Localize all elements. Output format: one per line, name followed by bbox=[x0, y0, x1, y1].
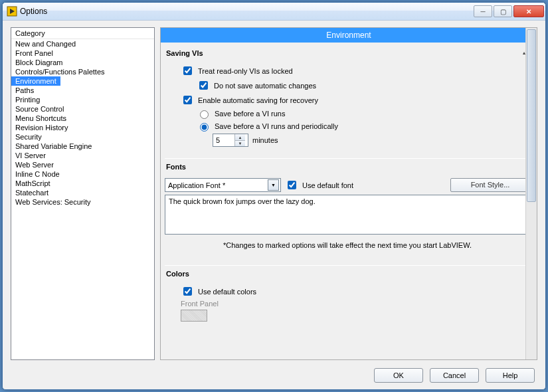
category-item[interactable]: Printing bbox=[11, 95, 154, 104]
app-icon bbox=[7, 6, 17, 17]
category-item[interactable]: Web Server bbox=[11, 160, 154, 169]
fonts-note: *Changes to marked options will take eff… bbox=[165, 241, 530, 249]
category-item[interactable]: Statechart bbox=[11, 188, 154, 197]
cancel-button[interactable]: Cancel bbox=[430, 368, 479, 383]
spinner-up-icon[interactable]: ▲ bbox=[235, 134, 245, 140]
category-item[interactable]: MathScript bbox=[11, 179, 154, 188]
font-combo-value: Application Font * bbox=[168, 181, 268, 189]
dont-save-auto-label[interactable]: Do not save automatic changes bbox=[214, 82, 316, 90]
titlebar[interactable]: Options ─ ▢ ✕ bbox=[3, 3, 545, 21]
category-item[interactable]: Paths bbox=[11, 86, 154, 95]
help-button[interactable]: Help bbox=[486, 368, 535, 383]
use-default-colors-label[interactable]: Use default colors bbox=[198, 288, 256, 296]
category-item[interactable]: VI Server bbox=[11, 151, 154, 160]
minutes-spinner[interactable]: ▲ ▼ bbox=[213, 134, 248, 147]
window-title: Options bbox=[20, 7, 474, 16]
category-item[interactable]: Web Services: Security bbox=[11, 197, 154, 207]
category-item[interactable]: Block Diagram bbox=[11, 58, 154, 67]
category-item[interactable]: Environment bbox=[11, 76, 60, 86]
category-header: Category bbox=[11, 28, 154, 39]
save-periodic-label[interactable]: Save before a VI runs and periodically bbox=[215, 122, 338, 130]
fonts-section-title: Fonts bbox=[166, 163, 530, 171]
dialog-buttons: OK Cancel Help bbox=[374, 368, 535, 383]
save-periodic-radio[interactable] bbox=[200, 123, 209, 132]
colors-section-title: Colors bbox=[166, 270, 530, 278]
options-window: Options ─ ▢ ✕ Category New and ChangedFr… bbox=[2, 2, 546, 390]
scrollbar-thumb[interactable] bbox=[527, 29, 536, 202]
category-item[interactable]: Front Panel bbox=[11, 49, 154, 58]
minutes-unit-label: minutes bbox=[252, 136, 278, 144]
save-before-run-radio[interactable] bbox=[200, 110, 209, 119]
front-panel-color-label: Front Panel bbox=[181, 300, 219, 308]
treat-readonly-label[interactable]: Treat read-only VIs as locked bbox=[198, 67, 293, 75]
close-button[interactable]: ✕ bbox=[513, 5, 544, 17]
use-default-font-checkbox[interactable] bbox=[288, 181, 296, 189]
treat-readonly-checkbox[interactable] bbox=[183, 66, 192, 75]
category-item[interactable]: Security bbox=[11, 132, 154, 142]
save-before-run-label[interactable]: Save before a VI runs bbox=[215, 110, 285, 118]
category-item[interactable]: Revision History bbox=[11, 123, 154, 132]
use-default-colors-checkbox[interactable] bbox=[183, 287, 192, 296]
use-default-font-label[interactable]: Use default font bbox=[302, 181, 353, 189]
ok-button[interactable]: OK bbox=[374, 368, 423, 383]
maximize-button[interactable]: ▢ bbox=[494, 5, 512, 17]
category-item[interactable]: Menu Shortcuts bbox=[11, 114, 154, 123]
category-list[interactable]: New and ChangedFront PanelBlock DiagramC… bbox=[11, 39, 154, 359]
spinner-down-icon[interactable]: ▼ bbox=[235, 140, 245, 146]
settings-panel: Environment Saving VIs ▴ Treat read-only… bbox=[160, 27, 537, 360]
font-style-button[interactable]: Font Style... bbox=[450, 178, 530, 192]
category-item[interactable]: New and Changed bbox=[11, 39, 154, 49]
saving-section-title: Saving VIs bbox=[166, 49, 203, 57]
page-banner: Environment bbox=[161, 28, 537, 43]
font-preview: The quick brown fox jumps over the lazy … bbox=[165, 195, 530, 235]
category-item[interactable]: Controls/Functions Palettes bbox=[11, 67, 154, 76]
category-panel: Category New and ChangedFront PanelBlock… bbox=[11, 27, 155, 360]
dont-save-auto-checkbox[interactable] bbox=[199, 81, 208, 90]
chevron-down-icon[interactable]: ▼ bbox=[268, 179, 279, 191]
enable-recovery-label[interactable]: Enable automatic saving for recovery bbox=[198, 96, 318, 104]
front-panel-color-swatch bbox=[181, 310, 207, 322]
category-item[interactable]: Source Control bbox=[11, 104, 154, 114]
minutes-input[interactable] bbox=[213, 134, 234, 146]
vertical-scrollbar[interactable] bbox=[525, 28, 537, 359]
category-item[interactable]: Shared Variable Engine bbox=[11, 142, 154, 151]
enable-recovery-checkbox[interactable] bbox=[183, 96, 192, 104]
font-combo[interactable]: Application Font * ▼ bbox=[165, 178, 281, 192]
category-item[interactable]: Inline C Node bbox=[11, 169, 154, 179]
minimize-button[interactable]: ─ bbox=[474, 5, 492, 17]
